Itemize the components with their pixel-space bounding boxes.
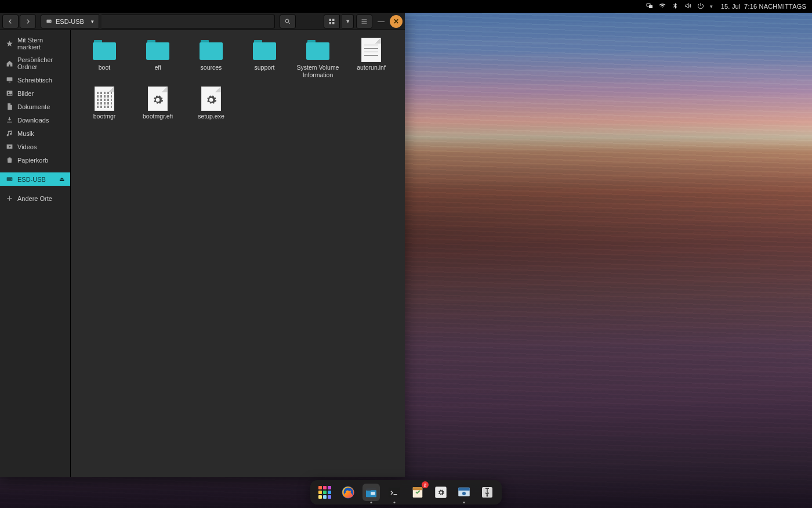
- file-label: efi: [154, 64, 161, 71]
- chevron-down-icon: ▾: [91, 19, 94, 24]
- svg-rect-12: [367, 489, 371, 491]
- file-item[interactable]: support: [238, 38, 291, 79]
- window-header: ESD-USB ▾ ▾ — ✕: [0, 13, 405, 30]
- eject-icon[interactable]: ⏏: [59, 176, 64, 182]
- sidebar-item-desktop[interactable]: Schreibtisch: [0, 73, 70, 87]
- power-icon[interactable]: [697, 2, 704, 10]
- file-item[interactable]: bootmgr: [78, 87, 131, 120]
- sidebar-item-music[interactable]: Musik: [0, 127, 70, 140]
- sidebar-item-downloads[interactable]: Downloads: [0, 113, 70, 127]
- path-chip-label: ESD-USB: [56, 18, 84, 25]
- home-icon: [6, 60, 13, 67]
- sidebar-item-label: Andere Orte: [17, 195, 52, 202]
- wifi-icon[interactable]: [659, 2, 666, 10]
- sidebar-item-videos[interactable]: Videos: [0, 140, 70, 153]
- sidebar-item-label: ESD-USB: [17, 176, 46, 183]
- file-item[interactable]: System Volume Information: [291, 38, 345, 79]
- system-tray[interactable]: ▾: [646, 2, 713, 10]
- sidebar: Mit Stern markiertPersönlicher OrdnerSch…: [0, 30, 71, 477]
- top-bar: ▾ 15. Jul 7:16 NACHMITTAGS: [0, 0, 812, 13]
- starred-icon: [6, 40, 13, 48]
- file-manager-window: ESD-USB ▾ ▾ — ✕ Mit Stern markiertPersön…: [0, 13, 405, 477]
- sidebar-item-label: Mit Stern markiert: [17, 37, 64, 51]
- view-icons-button[interactable]: [324, 15, 340, 28]
- volume-icon[interactable]: [684, 2, 691, 10]
- file-icon: [201, 87, 221, 111]
- dock-item-settings[interactable]: [432, 484, 449, 501]
- dock-item-usbwriter[interactable]: [478, 484, 496, 501]
- sidebar-item-label: Downloads: [17, 117, 49, 124]
- window-minimize-button[interactable]: —: [375, 15, 387, 28]
- bluetooth-icon[interactable]: [672, 2, 679, 10]
- file-label: boot: [99, 64, 110, 71]
- file-icon: [361, 38, 381, 62]
- svg-rect-17: [435, 487, 447, 498]
- svg-point-4: [285, 19, 289, 23]
- file-item[interactable]: bootmgr.efi: [131, 87, 184, 120]
- sidebar-item-other[interactable]: Andere Orte: [0, 192, 70, 205]
- path-chip[interactable]: ESD-USB ▾: [41, 15, 99, 28]
- pictures-icon: [6, 89, 13, 97]
- sidebar-item-starred[interactable]: Mit Stern markiert: [0, 34, 70, 53]
- dock-item-firefox[interactable]: [339, 484, 357, 501]
- file-label: setup.exe: [198, 113, 224, 120]
- folder-icon: [93, 40, 116, 60]
- search-button[interactable]: [280, 15, 296, 28]
- file-item[interactable]: setup.exe: [184, 87, 238, 120]
- dock-item-files[interactable]: [362, 484, 380, 501]
- videos-icon: [6, 143, 13, 150]
- folder-icon: [146, 40, 169, 60]
- view-options-button[interactable]: ▾: [342, 15, 354, 28]
- dock: 2: [310, 480, 502, 505]
- file-icon: [95, 87, 114, 111]
- sidebar-item-pictures[interactable]: Bilder: [0, 87, 70, 100]
- svg-rect-16: [413, 487, 423, 490]
- clock[interactable]: 15. Jul 7:16 NACHMITTAGS: [721, 3, 806, 10]
- nav-forward-button[interactable]: [20, 15, 36, 28]
- path-bar[interactable]: [102, 15, 275, 28]
- svg-rect-8: [332, 22, 335, 24]
- sidebar-item-label: Bilder: [17, 90, 34, 97]
- file-label: bootmgr: [93, 113, 116, 120]
- svg-rect-5: [329, 19, 332, 21]
- clock-time: 7:16: [744, 3, 757, 10]
- file-label: sources: [201, 64, 222, 71]
- sidebar-item-esd-usb[interactable]: ESD-USB⏏: [0, 172, 70, 186]
- svg-rect-7: [329, 22, 332, 24]
- clock-period: NACHMITTAGS: [759, 3, 806, 10]
- sidebar-item-label: Dokumente: [17, 103, 50, 110]
- music-icon: [6, 129, 13, 137]
- screen-share-icon[interactable]: [646, 2, 653, 10]
- file-item[interactable]: efi: [131, 38, 184, 79]
- file-item[interactable]: sources: [184, 38, 238, 79]
- tray-menu-arrow-icon[interactable]: ▾: [710, 3, 713, 9]
- file-label: autorun.inf: [357, 64, 386, 71]
- svg-point-3: [50, 21, 51, 21]
- desktop-icon: [6, 76, 13, 84]
- svg-point-22: [487, 495, 488, 497]
- downloads-icon: [6, 116, 13, 124]
- documents-icon: [6, 103, 13, 110]
- file-icon: [148, 87, 168, 111]
- sidebar-item-label: Schreibtisch: [17, 77, 52, 84]
- svg-rect-19: [458, 488, 470, 491]
- svg-rect-14: [389, 488, 400, 498]
- dock-item-apps[interactable]: [316, 484, 334, 501]
- file-item[interactable]: boot: [78, 38, 131, 79]
- sidebar-item-home[interactable]: Persönlicher Ordner: [0, 53, 70, 73]
- file-item[interactable]: autorun.inf: [345, 38, 398, 79]
- hamburger-menu-button[interactable]: [356, 15, 372, 28]
- folder-content[interactable]: bootefisourcessupportSystem Volume Infor…: [71, 30, 405, 477]
- dock-item-terminal[interactable]: [386, 484, 403, 501]
- drive-icon: [6, 175, 13, 183]
- window-close-button[interactable]: ✕: [390, 15, 403, 28]
- file-label: support: [254, 64, 274, 71]
- nav-back-button[interactable]: [2, 15, 19, 28]
- dock-badge: 2: [422, 481, 429, 488]
- sidebar-item-documents[interactable]: Dokumente: [0, 100, 70, 113]
- sidebar-item-label: Persönlicher Ordner: [17, 56, 64, 70]
- folder-icon: [306, 40, 329, 60]
- dock-item-software[interactable]: 2: [409, 484, 426, 501]
- sidebar-item-trash[interactable]: Papierkorb: [0, 153, 70, 167]
- dock-item-screenshot[interactable]: [455, 484, 473, 501]
